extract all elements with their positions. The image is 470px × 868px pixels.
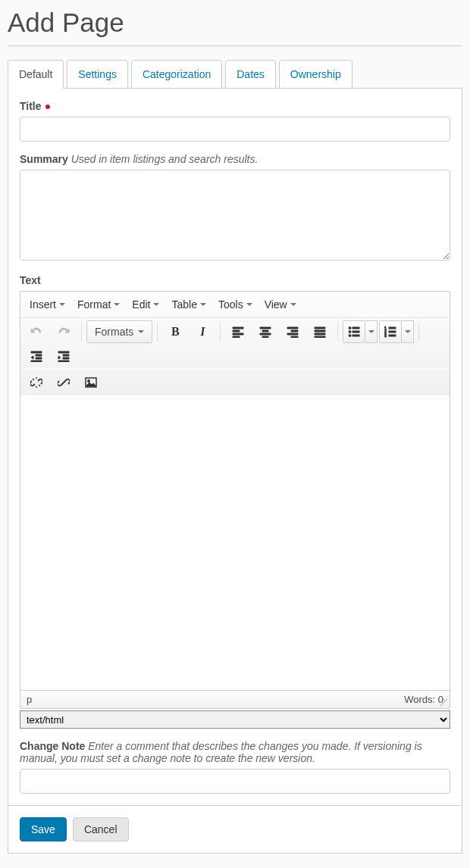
- editor-buttons-row-2: [20, 369, 450, 395]
- align-center-icon: [259, 326, 271, 338]
- tab-categorization[interactable]: Categorization: [131, 60, 222, 89]
- svg-point-13: [88, 380, 90, 382]
- summary-help: Used in item listings and search results…: [71, 153, 258, 165]
- bold-button[interactable]: B: [162, 320, 188, 343]
- menu-tools[interactable]: Tools: [212, 294, 258, 315]
- align-center-button[interactable]: [252, 320, 278, 343]
- editor-toolbar: Insert Format Edit Table Tools View: [20, 291, 450, 395]
- menu-insert[interactable]: Insert: [24, 294, 71, 315]
- change-note-label: Change Note: [20, 740, 85, 752]
- outdent-button[interactable]: [24, 345, 49, 367]
- form-actions: Save Cancel: [8, 806, 462, 854]
- italic-icon: I: [200, 325, 205, 339]
- resize-handle-icon[interactable]: [440, 699, 448, 707]
- chevron-down-icon: [405, 330, 411, 333]
- text-editor-area[interactable]: [20, 395, 450, 691]
- image-icon: [85, 376, 97, 389]
- rich-text-editor: Insert Format Edit Table Tools View: [20, 291, 450, 709]
- text-label: Text: [20, 274, 41, 286]
- align-right-button[interactable]: [280, 320, 306, 343]
- tab-default[interactable]: Default: [8, 60, 64, 89]
- field-summary: Summary Used in item listings and search…: [20, 153, 450, 263]
- field-change-note: Change Note Enter a comment that describ…: [20, 740, 450, 794]
- svg-rect-11: [389, 335, 396, 336]
- outdent-icon: [30, 350, 42, 362]
- editor-statusbar: p Words: 0: [20, 691, 450, 709]
- title-label: Title: [20, 100, 42, 112]
- undo-icon: [30, 326, 42, 338]
- tab-dates[interactable]: Dates: [225, 60, 276, 89]
- separator: [337, 322, 338, 342]
- menu-view[interactable]: View: [258, 294, 302, 315]
- svg-point-4: [349, 335, 351, 337]
- chevron-down-icon: [138, 330, 144, 333]
- mime-type-select[interactable]: text/html: [20, 710, 450, 729]
- redo-icon: [58, 326, 70, 338]
- numbered-list-caret[interactable]: [402, 320, 414, 343]
- chevron-down-icon: [246, 303, 252, 306]
- required-icon: [45, 105, 50, 109]
- title-input[interactable]: [20, 117, 450, 142]
- svg-text:3: 3: [384, 333, 387, 338]
- chevron-down-icon: [153, 303, 159, 306]
- menu-edit[interactable]: Edit: [126, 294, 165, 315]
- tab-settings[interactable]: Settings: [67, 60, 128, 89]
- summary-label: Summary: [20, 153, 68, 165]
- numbered-list-icon: 123: [384, 326, 396, 338]
- chevron-down-icon: [114, 303, 120, 306]
- field-text: Text Insert Format Edit Table Tools View: [20, 274, 450, 729]
- image-button[interactable]: [78, 371, 104, 394]
- link-icon: [58, 376, 70, 389]
- redo-button[interactable]: [51, 320, 77, 343]
- separator: [220, 322, 221, 342]
- change-note-input[interactable]: [20, 769, 450, 794]
- tabs-nav: Default Settings Categorization Dates Ow…: [8, 60, 462, 89]
- separator: [418, 322, 419, 342]
- bullet-list-button[interactable]: [343, 320, 378, 343]
- undo-button[interactable]: [24, 320, 49, 343]
- cancel-button[interactable]: Cancel: [73, 817, 129, 841]
- separator: [157, 322, 158, 342]
- word-count: Words: 0: [404, 694, 443, 705]
- align-left-icon: [232, 326, 244, 338]
- align-justify-button[interactable]: [307, 320, 333, 343]
- bold-icon: B: [171, 325, 180, 339]
- bullet-list-icon: [348, 326, 360, 338]
- tab-panel-default: Title Summary Used in item listings and …: [8, 89, 462, 806]
- menu-format[interactable]: Format: [71, 294, 126, 315]
- editor-menubar: Insert Format Edit Table Tools View: [20, 292, 450, 318]
- menu-table[interactable]: Table: [165, 294, 212, 315]
- align-left-button[interactable]: [225, 320, 251, 343]
- svg-rect-7: [389, 327, 396, 329]
- formats-dropdown[interactable]: Formats: [86, 320, 152, 343]
- tab-ownership[interactable]: Ownership: [279, 60, 352, 89]
- svg-point-0: [349, 327, 351, 329]
- summary-input[interactable]: [20, 170, 450, 261]
- separator: [81, 322, 82, 342]
- save-button[interactable]: Save: [20, 817, 67, 841]
- field-title: Title: [20, 100, 450, 142]
- editor-path[interactable]: p: [27, 694, 32, 705]
- bullet-list-caret[interactable]: [365, 320, 378, 343]
- align-justify-icon: [314, 326, 326, 338]
- chevron-down-icon: [200, 303, 206, 306]
- chevron-down-icon: [368, 330, 374, 333]
- page-title: Add Page: [8, 8, 462, 38]
- unlink-button[interactable]: [24, 371, 49, 394]
- chevron-down-icon: [290, 303, 296, 306]
- numbered-list-button[interactable]: 123: [379, 320, 414, 343]
- divider: [8, 45, 462, 46]
- svg-rect-9: [389, 331, 396, 333]
- indent-button[interactable]: [51, 345, 77, 367]
- svg-rect-5: [352, 335, 359, 336]
- indent-icon: [58, 350, 70, 362]
- unlink-icon: [30, 376, 42, 389]
- svg-point-2: [349, 331, 351, 333]
- editor-buttons-row-1: Formats B I: [20, 318, 450, 369]
- svg-rect-3: [352, 331, 359, 333]
- svg-rect-1: [352, 327, 359, 329]
- link-button[interactable]: [51, 371, 77, 394]
- chevron-down-icon: [59, 303, 65, 306]
- italic-button[interactable]: I: [190, 320, 215, 343]
- align-right-icon: [287, 326, 299, 338]
